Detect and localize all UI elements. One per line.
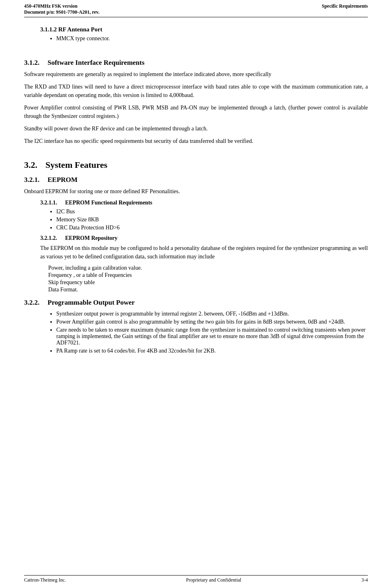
section-32-header: 3.2. System Features bbox=[24, 160, 368, 170]
list-item: PA Ramp rate is set to 64 codes/bit. For… bbox=[56, 348, 368, 354]
list-item: I2C Bus bbox=[56, 208, 368, 215]
section-312-para-1: The RXD and TXD lines will need to have … bbox=[24, 83, 368, 99]
section-312-header: 3.1.2. Software Interface Requirements bbox=[24, 59, 368, 67]
section-312-title-text: Software Interface Requirements bbox=[47, 59, 144, 67]
section-3212-number: 3.2.1.2. bbox=[40, 235, 57, 241]
list-item: Memory Size 8KB bbox=[56, 217, 368, 223]
section-3211-header: 3.2.1.1. EEPROM Functional Requirements bbox=[40, 200, 368, 206]
header-right: Specific Requirements bbox=[322, 3, 368, 9]
section-3211-title-text: EEPROM Functional Requirements bbox=[65, 200, 152, 206]
section-321-number: 3.2.1. bbox=[24, 176, 39, 184]
list-item: Power Amplifier gain control is also pro… bbox=[56, 319, 368, 325]
list-item: Power, including a gain calibration valu… bbox=[48, 265, 368, 271]
list-item: Care needs to be taken to ensure maximum… bbox=[56, 327, 368, 346]
footer-page-number: 3-4 bbox=[361, 577, 368, 583]
main-content: 3.1.1.2 RF Antenna Port MMCX type connec… bbox=[24, 19, 368, 390]
list-item: Frequency , or a table of Frequencies bbox=[48, 272, 368, 279]
section-321-title-text: EEPROM bbox=[47, 176, 78, 184]
section-322-title-text: Programmable Output Power bbox=[47, 299, 135, 307]
page-footer: Cattron-Theimeg Inc. Proprietary and Con… bbox=[24, 575, 368, 583]
section-322-number: 3.2.2. bbox=[24, 299, 39, 307]
section-312-para-0: Software requirements are generally as r… bbox=[24, 70, 368, 78]
section-322-header: 3.2.2. Programmable Output Power bbox=[24, 299, 368, 307]
footer-company: Cattron-Theimeg Inc. bbox=[24, 577, 66, 583]
section-312-number: 3.1.2. bbox=[24, 59, 39, 67]
section-3212-list: Power, including a gain calibration valu… bbox=[48, 265, 368, 293]
section-312-para-2: Power Amplifier control consisting of PW… bbox=[24, 103, 368, 120]
list-item: Data Format. bbox=[48, 287, 368, 293]
section-3211-bullets: I2C Bus Memory Size 8KB CRC Data Protect… bbox=[56, 208, 368, 231]
section-3112-bullets: MMCX type connector. bbox=[56, 35, 368, 42]
header-title-line2: Document p/n: 9S01-7700-A201, rev. bbox=[24, 9, 99, 15]
section-3212-header: 3.2.1.2. EEPROM Repository bbox=[40, 235, 368, 241]
section-3112-heading: 3.1.1.2 RF Antenna Port bbox=[40, 26, 368, 33]
section-322-bullets: Synthesizer output power is programmable… bbox=[56, 311, 368, 354]
header-title-line1: 450-470MHz FSK version bbox=[24, 3, 99, 9]
footer-confidential: Proprietary and Confidential bbox=[186, 577, 241, 583]
header-left: 450-470MHz FSK version Document p/n: 9S0… bbox=[24, 3, 99, 15]
section-312-para-3: Standby will power down the RF device an… bbox=[24, 124, 368, 133]
list-item: Synthesizer output power is programmable… bbox=[56, 311, 368, 317]
page: 450-470MHz FSK version Document p/n: 9S0… bbox=[0, 0, 392, 588]
section-3212-paragraph: The EEPROM on this module may be configu… bbox=[40, 244, 368, 261]
section-3211-number: 3.2.1.1. bbox=[40, 200, 57, 206]
section-312-para-4: The I2C interface has no specific speed … bbox=[24, 137, 368, 145]
list-item: Skip frequency table bbox=[48, 279, 368, 286]
list-item: MMCX type connector. bbox=[56, 35, 368, 42]
section-321-header: 3.2.1. EEPROM bbox=[24, 176, 368, 184]
section-321-intro: Onboard EEPROM for storing one or more d… bbox=[24, 187, 368, 196]
section-32-number: 3.2. bbox=[24, 160, 37, 170]
section-32-title-text: System Features bbox=[45, 160, 107, 170]
list-item: CRC Data Protection HD>6 bbox=[56, 225, 368, 231]
section-3212-title-text: EEPROM Repository bbox=[65, 235, 117, 241]
page-header: 450-470MHz FSK version Document p/n: 9S0… bbox=[24, 0, 368, 17]
